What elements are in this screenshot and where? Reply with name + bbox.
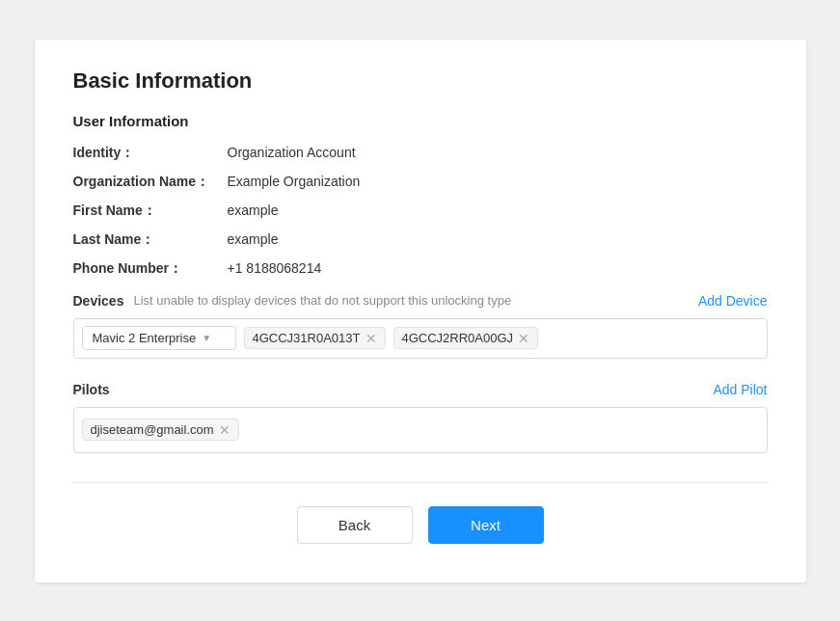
pilot-tag-1: djiseteam@gmail.com ✕ bbox=[82, 418, 239, 441]
devices-note: List unable to display devices that do n… bbox=[133, 293, 511, 308]
device-tag-2-close-icon[interactable]: ✕ bbox=[518, 332, 529, 345]
add-pilot-link[interactable]: Add Pilot bbox=[713, 382, 767, 397]
pilots-label: Pilots bbox=[73, 382, 110, 397]
device-tag-2-value: 4GCCJ2RR0A00GJ bbox=[402, 331, 514, 345]
device-tag-1-value: 4GCCJ31R0A013T bbox=[253, 331, 361, 345]
divider bbox=[73, 482, 768, 483]
device-tag-2: 4GCCJ2RR0A00GJ ✕ bbox=[393, 327, 539, 349]
footer-buttons: Back Next bbox=[73, 506, 768, 544]
device-select-value: Mavic 2 Enterprise bbox=[93, 331, 197, 345]
section-title: Basic Information bbox=[73, 68, 768, 94]
pilots-section: Pilots Add Pilot djiseteam@gmail.com ✕ bbox=[73, 382, 768, 453]
first-name-label: First Name： bbox=[73, 202, 228, 220]
phone-value: +1 8188068214 bbox=[228, 260, 322, 276]
devices-header: Devices List unable to display devices t… bbox=[73, 293, 768, 309]
pilots-header: Pilots Add Pilot bbox=[73, 382, 768, 397]
device-type-select[interactable]: Mavic 2 Enterprise ▼ bbox=[82, 326, 236, 350]
org-name-label: Organization Name： bbox=[73, 174, 228, 191]
chevron-down-icon: ▼ bbox=[202, 333, 211, 343]
phone-row: Phone Number： +1 8188068214 bbox=[73, 260, 768, 278]
identity-value: Organization Account bbox=[228, 145, 356, 160]
org-name-value: Example Organization bbox=[228, 174, 361, 189]
back-button[interactable]: Back bbox=[297, 506, 413, 544]
device-tag-1: 4GCCJ31R0A013T ✕ bbox=[244, 327, 386, 349]
add-device-link[interactable]: Add Device bbox=[698, 293, 768, 309]
devices-input-row: Mavic 2 Enterprise ▼ 4GCCJ31R0A013T ✕ 4G… bbox=[73, 318, 768, 359]
last-name-label: Last Name： bbox=[73, 231, 228, 249]
identity-label: Identity： bbox=[73, 145, 228, 162]
main-card: Basic Information User Information Ident… bbox=[35, 40, 806, 582]
phone-label: Phone Number： bbox=[73, 260, 228, 278]
next-button[interactable]: Next bbox=[428, 506, 544, 544]
pilots-input-row: djiseteam@gmail.com ✕ bbox=[73, 407, 768, 453]
pilot-tag-1-close-icon[interactable]: ✕ bbox=[219, 423, 230, 437]
first-name-row: First Name： example bbox=[73, 202, 768, 220]
device-tag-1-close-icon[interactable]: ✕ bbox=[366, 332, 377, 345]
devices-label: Devices bbox=[73, 293, 124, 309]
devices-label-group: Devices List unable to display devices t… bbox=[73, 293, 512, 309]
last-name-row: Last Name： example bbox=[73, 231, 768, 249]
user-info-subtitle: User Information bbox=[73, 113, 768, 129]
last-name-value: example bbox=[228, 231, 279, 247]
identity-row: Identity： Organization Account bbox=[73, 145, 768, 162]
org-name-row: Organization Name： Example Organization bbox=[73, 174, 768, 191]
pilot-tag-1-value: djiseteam@gmail.com bbox=[91, 422, 214, 437]
first-name-value: example bbox=[228, 202, 279, 218]
